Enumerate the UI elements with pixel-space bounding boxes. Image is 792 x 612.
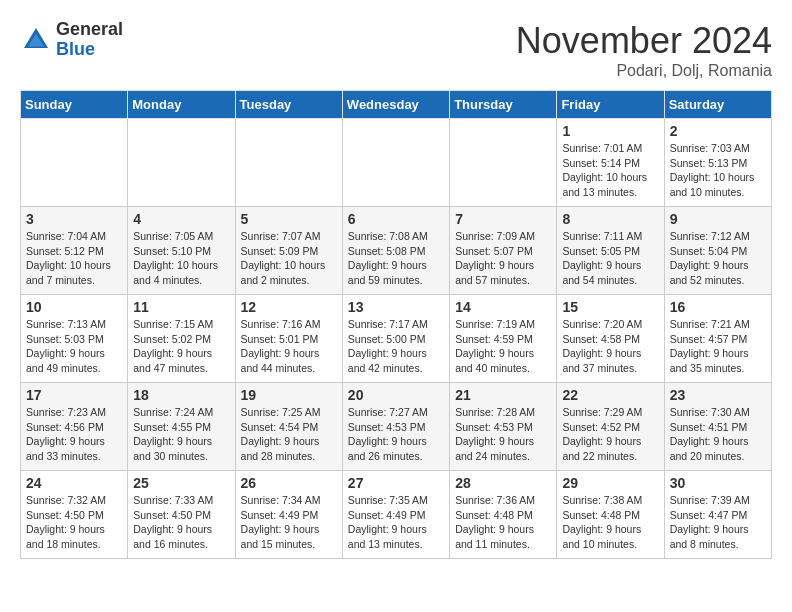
day-number: 24 <box>26 475 122 491</box>
day-info: Sunrise: 7:07 AM Sunset: 5:09 PM Dayligh… <box>241 229 337 288</box>
day-info: Sunrise: 7:24 AM Sunset: 4:55 PM Dayligh… <box>133 405 229 464</box>
calendar-week-4: 17Sunrise: 7:23 AM Sunset: 4:56 PM Dayli… <box>21 383 772 471</box>
month-title: November 2024 <box>516 20 772 62</box>
logo: General Blue <box>20 20 123 60</box>
calendar-day: 4Sunrise: 7:05 AM Sunset: 5:10 PM Daylig… <box>128 207 235 295</box>
day-info: Sunrise: 7:35 AM Sunset: 4:49 PM Dayligh… <box>348 493 444 552</box>
day-number: 25 <box>133 475 229 491</box>
calendar-day <box>21 119 128 207</box>
calendar-week-3: 10Sunrise: 7:13 AM Sunset: 5:03 PM Dayli… <box>21 295 772 383</box>
day-number: 19 <box>241 387 337 403</box>
calendar-day: 15Sunrise: 7:20 AM Sunset: 4:58 PM Dayli… <box>557 295 664 383</box>
day-number: 29 <box>562 475 658 491</box>
day-number: 30 <box>670 475 766 491</box>
day-info: Sunrise: 7:33 AM Sunset: 4:50 PM Dayligh… <box>133 493 229 552</box>
day-number: 9 <box>670 211 766 227</box>
day-number: 23 <box>670 387 766 403</box>
day-number: 13 <box>348 299 444 315</box>
day-number: 10 <box>26 299 122 315</box>
day-info: Sunrise: 7:13 AM Sunset: 5:03 PM Dayligh… <box>26 317 122 376</box>
calendar-week-2: 3Sunrise: 7:04 AM Sunset: 5:12 PM Daylig… <box>21 207 772 295</box>
day-info: Sunrise: 7:12 AM Sunset: 5:04 PM Dayligh… <box>670 229 766 288</box>
calendar-day: 26Sunrise: 7:34 AM Sunset: 4:49 PM Dayli… <box>235 471 342 559</box>
logo-general: General <box>56 19 123 39</box>
calendar-day: 28Sunrise: 7:36 AM Sunset: 4:48 PM Dayli… <box>450 471 557 559</box>
calendar-day: 20Sunrise: 7:27 AM Sunset: 4:53 PM Dayli… <box>342 383 449 471</box>
day-info: Sunrise: 7:01 AM Sunset: 5:14 PM Dayligh… <box>562 141 658 200</box>
calendar-day <box>128 119 235 207</box>
day-info: Sunrise: 7:21 AM Sunset: 4:57 PM Dayligh… <box>670 317 766 376</box>
day-number: 27 <box>348 475 444 491</box>
calendar-day: 9Sunrise: 7:12 AM Sunset: 5:04 PM Daylig… <box>664 207 771 295</box>
day-info: Sunrise: 7:15 AM Sunset: 5:02 PM Dayligh… <box>133 317 229 376</box>
calendar-day: 1Sunrise: 7:01 AM Sunset: 5:14 PM Daylig… <box>557 119 664 207</box>
calendar-day: 11Sunrise: 7:15 AM Sunset: 5:02 PM Dayli… <box>128 295 235 383</box>
col-thursday: Thursday <box>450 91 557 119</box>
calendar-day: 29Sunrise: 7:38 AM Sunset: 4:48 PM Dayli… <box>557 471 664 559</box>
calendar-day: 21Sunrise: 7:28 AM Sunset: 4:53 PM Dayli… <box>450 383 557 471</box>
calendar-day <box>450 119 557 207</box>
day-info: Sunrise: 7:04 AM Sunset: 5:12 PM Dayligh… <box>26 229 122 288</box>
day-number: 4 <box>133 211 229 227</box>
calendar-day: 10Sunrise: 7:13 AM Sunset: 5:03 PM Dayli… <box>21 295 128 383</box>
logo-blue: Blue <box>56 39 95 59</box>
day-info: Sunrise: 7:11 AM Sunset: 5:05 PM Dayligh… <box>562 229 658 288</box>
day-number: 15 <box>562 299 658 315</box>
day-number: 6 <box>348 211 444 227</box>
day-number: 22 <box>562 387 658 403</box>
calendar-day: 5Sunrise: 7:07 AM Sunset: 5:09 PM Daylig… <box>235 207 342 295</box>
calendar-day: 19Sunrise: 7:25 AM Sunset: 4:54 PM Dayli… <box>235 383 342 471</box>
day-info: Sunrise: 7:17 AM Sunset: 5:00 PM Dayligh… <box>348 317 444 376</box>
day-number: 11 <box>133 299 229 315</box>
day-info: Sunrise: 7:08 AM Sunset: 5:08 PM Dayligh… <box>348 229 444 288</box>
day-info: Sunrise: 7:23 AM Sunset: 4:56 PM Dayligh… <box>26 405 122 464</box>
calendar-day: 30Sunrise: 7:39 AM Sunset: 4:47 PM Dayli… <box>664 471 771 559</box>
location: Podari, Dolj, Romania <box>516 62 772 80</box>
calendar-day: 16Sunrise: 7:21 AM Sunset: 4:57 PM Dayli… <box>664 295 771 383</box>
calendar-day: 2Sunrise: 7:03 AM Sunset: 5:13 PM Daylig… <box>664 119 771 207</box>
day-number: 28 <box>455 475 551 491</box>
col-sunday: Sunday <box>21 91 128 119</box>
day-number: 8 <box>562 211 658 227</box>
day-info: Sunrise: 7:32 AM Sunset: 4:50 PM Dayligh… <box>26 493 122 552</box>
day-number: 2 <box>670 123 766 139</box>
calendar-day: 27Sunrise: 7:35 AM Sunset: 4:49 PM Dayli… <box>342 471 449 559</box>
day-info: Sunrise: 7:25 AM Sunset: 4:54 PM Dayligh… <box>241 405 337 464</box>
day-info: Sunrise: 7:34 AM Sunset: 4:49 PM Dayligh… <box>241 493 337 552</box>
col-monday: Monday <box>128 91 235 119</box>
day-info: Sunrise: 7:19 AM Sunset: 4:59 PM Dayligh… <box>455 317 551 376</box>
calendar-day: 25Sunrise: 7:33 AM Sunset: 4:50 PM Dayli… <box>128 471 235 559</box>
day-number: 20 <box>348 387 444 403</box>
day-number: 26 <box>241 475 337 491</box>
day-info: Sunrise: 7:36 AM Sunset: 4:48 PM Dayligh… <box>455 493 551 552</box>
day-info: Sunrise: 7:39 AM Sunset: 4:47 PM Dayligh… <box>670 493 766 552</box>
day-info: Sunrise: 7:29 AM Sunset: 4:52 PM Dayligh… <box>562 405 658 464</box>
col-saturday: Saturday <box>664 91 771 119</box>
day-info: Sunrise: 7:27 AM Sunset: 4:53 PM Dayligh… <box>348 405 444 464</box>
calendar-day: 13Sunrise: 7:17 AM Sunset: 5:00 PM Dayli… <box>342 295 449 383</box>
title-block: November 2024 Podari, Dolj, Romania <box>516 20 772 80</box>
logo-text: General Blue <box>56 20 123 60</box>
day-info: Sunrise: 7:38 AM Sunset: 4:48 PM Dayligh… <box>562 493 658 552</box>
day-info: Sunrise: 7:03 AM Sunset: 5:13 PM Dayligh… <box>670 141 766 200</box>
day-number: 21 <box>455 387 551 403</box>
day-number: 18 <box>133 387 229 403</box>
day-number: 3 <box>26 211 122 227</box>
calendar-week-1: 1Sunrise: 7:01 AM Sunset: 5:14 PM Daylig… <box>21 119 772 207</box>
day-number: 1 <box>562 123 658 139</box>
calendar-day: 22Sunrise: 7:29 AM Sunset: 4:52 PM Dayli… <box>557 383 664 471</box>
calendar-day: 24Sunrise: 7:32 AM Sunset: 4:50 PM Dayli… <box>21 471 128 559</box>
day-number: 5 <box>241 211 337 227</box>
page-header: General Blue November 2024 Podari, Dolj,… <box>20 20 772 80</box>
calendar-day <box>235 119 342 207</box>
calendar-day: 17Sunrise: 7:23 AM Sunset: 4:56 PM Dayli… <box>21 383 128 471</box>
logo-icon <box>20 24 52 56</box>
calendar-week-5: 24Sunrise: 7:32 AM Sunset: 4:50 PM Dayli… <box>21 471 772 559</box>
calendar-day: 18Sunrise: 7:24 AM Sunset: 4:55 PM Dayli… <box>128 383 235 471</box>
day-info: Sunrise: 7:05 AM Sunset: 5:10 PM Dayligh… <box>133 229 229 288</box>
col-wednesday: Wednesday <box>342 91 449 119</box>
calendar-day: 23Sunrise: 7:30 AM Sunset: 4:51 PM Dayli… <box>664 383 771 471</box>
day-number: 14 <box>455 299 551 315</box>
day-info: Sunrise: 7:30 AM Sunset: 4:51 PM Dayligh… <box>670 405 766 464</box>
calendar-day: 3Sunrise: 7:04 AM Sunset: 5:12 PM Daylig… <box>21 207 128 295</box>
